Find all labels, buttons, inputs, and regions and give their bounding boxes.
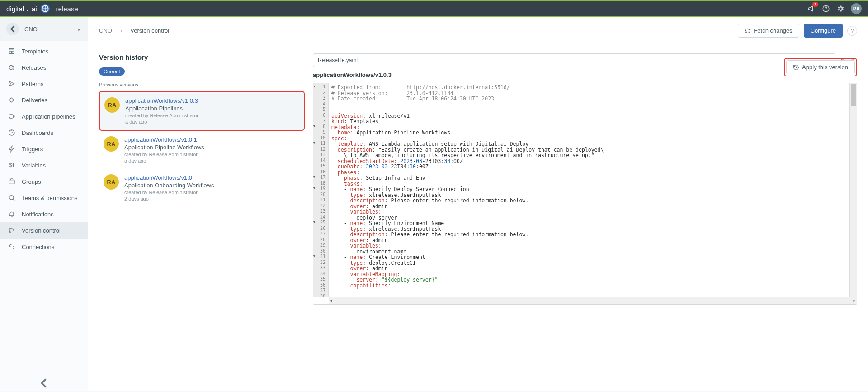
version-body: applicationWorkflows/v1.0.3 Appliacation… — [125, 97, 198, 124]
button-label: Configure — [811, 27, 836, 34]
scroll-right-icon[interactable]: ▶ — [854, 298, 856, 303]
brand-dot: . — [27, 5, 29, 13]
sidebar-item-pipelines[interactable]: Application pipelines — [0, 108, 88, 124]
sidebar-item-label: Deliveries — [22, 97, 47, 104]
avatar: RA — [104, 97, 120, 113]
megaphone-icon[interactable]: 1 — [807, 5, 816, 13]
sidebar-item-connections[interactable]: Connections — [0, 239, 88, 255]
project-name: CNO — [24, 26, 71, 33]
page-title: Version history — [99, 53, 148, 61]
file-selector-row — [313, 53, 857, 67]
sidebar-item-label: Variables — [22, 162, 46, 169]
svg-point-2 — [826, 10, 826, 10]
back-button[interactable] — [6, 23, 19, 35]
sidebar-item-label: Templates — [22, 48, 48, 55]
teams-icon — [8, 194, 15, 201]
configure-button[interactable]: Configure — [804, 24, 843, 38]
notification-badge: 1 — [812, 2, 818, 7]
previous-versions-label: Previous versions — [99, 82, 305, 87]
svg-point-8 — [13, 116, 14, 117]
scrollbar-horizontal[interactable]: ◀ ▶ — [329, 297, 857, 304]
nav: Templates Releases Patterns Deliveries A… — [0, 41, 88, 375]
patterns-icon — [8, 80, 15, 87]
version-list: RA applicationWorkflows/v1.0.3 Appliacat… — [99, 91, 305, 207]
svg-point-11 — [9, 196, 14, 200]
file-input[interactable] — [313, 53, 835, 67]
version-card[interactable]: RA applicationWorkflows/v1.0.3 Appliacat… — [99, 91, 305, 131]
brand-module: release — [56, 5, 78, 13]
scrollbar-vertical[interactable] — [849, 83, 857, 297]
topbar-right: 1 RA — [807, 3, 862, 14]
version-when: a day ago — [125, 119, 198, 124]
history-head: Version history — [99, 53, 305, 61]
avatar: RA — [104, 136, 119, 152]
sidebar-item-teams[interactable]: Teams & permissions — [0, 190, 88, 206]
version-id: applicationWorkflows/v1.0.3 — [125, 97, 198, 104]
sidebar-item-label: Groups — [22, 178, 41, 185]
version-card[interactable]: RA applicationWorkflows/v1.0 Application… — [99, 169, 305, 207]
topbar: digital.ai release 1 RA — [0, 0, 868, 16]
current-pill: Current — [99, 67, 125, 76]
sidebar-item-label: Connections — [22, 244, 54, 250]
variables-icon: $f — [8, 162, 15, 169]
sidebar-item-templates[interactable]: Templates — [0, 43, 88, 59]
sidebar-item-deliveries[interactable]: Deliveries — [0, 92, 88, 108]
sidebar-item-groups[interactable]: Groups — [0, 173, 88, 190]
sidebar-item-releases[interactable]: Releases — [0, 59, 88, 76]
releases-icon — [8, 64, 15, 71]
chevron-right-icon — [77, 27, 81, 31]
sidebar-collapse-button[interactable] — [0, 375, 88, 391]
sidebar-item-triggers[interactable]: Triggers — [0, 141, 88, 157]
version-author: created by Release Administrator — [124, 152, 204, 157]
chevron-right-icon: › — [120, 27, 122, 34]
fetch-changes-button[interactable]: Fetch changes — [738, 24, 799, 38]
brand-block: digital.ai release — [6, 4, 78, 13]
svg-rect-5 — [12, 51, 14, 53]
version-card[interactable]: RA applicationWorkflows/v1.0.1 Applicati… — [99, 131, 305, 169]
pipelines-icon — [8, 113, 15, 120]
sidebar-item-notifications[interactable]: Notifications — [0, 206, 88, 222]
version-name: Application Pipeline Workflows — [124, 144, 204, 151]
sidebar-item-label: Dashboards — [22, 129, 53, 136]
sidebar-item-variables[interactable]: $fVariables — [0, 157, 88, 173]
help-button[interactable]: ? — [847, 26, 857, 36]
sidebar-item-label: Teams & permissions — [22, 195, 78, 201]
history-column: Version history Current Previous version… — [99, 53, 305, 305]
project-switcher[interactable]: CNO — [0, 17, 88, 41]
sidebar-item-label: Releases — [22, 64, 46, 71]
code-editor[interactable]: ▼1234567▼8910▼111213141516▼1718▼19202122… — [313, 83, 857, 305]
sidebar-item-versioncontrol[interactable]: Version control — [0, 222, 88, 239]
refresh-icon — [745, 28, 751, 34]
file-path: applicationWorkflows/v1.0.3 — [313, 72, 857, 78]
main: CNO › Version control Fetch changes Conf… — [88, 17, 868, 391]
version-body: applicationWorkflows/v1.0.1 Application … — [124, 136, 204, 163]
version-name: Application Onboarding Workflows — [124, 182, 214, 189]
editor-gutter: ▼1234567▼8910▼111213141516▼1718▼19202122… — [313, 83, 329, 297]
brand: digital.ai — [6, 5, 37, 13]
sidebar: CNO Templates Releases Patterns Deliveri… — [0, 17, 88, 391]
scroll-left-icon[interactable]: ◀ — [330, 298, 332, 303]
breadcrumb-root[interactable]: CNO — [99, 27, 112, 34]
scroll-thumb[interactable] — [851, 84, 856, 106]
dashboards-icon — [8, 129, 15, 136]
user-avatar[interactable]: RA — [851, 3, 862, 14]
version-id: applicationWorkflows/v1.0 — [124, 174, 214, 181]
sidebar-item-dashboards[interactable]: Dashboards — [0, 124, 88, 141]
sidebar-item-label: Triggers — [22, 146, 43, 153]
versioncontrol-icon — [8, 227, 15, 234]
version-author: created by Release Administrator — [125, 113, 198, 118]
sidebar-item-patterns[interactable]: Patterns — [0, 76, 88, 92]
apply-version-button[interactable]: Apply this version — [786, 60, 855, 74]
editor-code: # Exported from: http://host.docker.inte… — [329, 83, 857, 297]
svg-point-14 — [13, 230, 14, 231]
apply-version-highlight: Apply this version — [784, 58, 857, 76]
version-id: applicationWorkflows/v1.0.1 — [124, 136, 204, 143]
brand-ai: ai — [32, 5, 37, 13]
help-icon[interactable] — [822, 5, 830, 13]
svg-point-7 — [9, 118, 10, 119]
gear-icon[interactable] — [836, 5, 844, 13]
file-column: applicationWorkflows/v1.0.3 ▼1234567▼891… — [313, 53, 857, 305]
button-label: Apply this version — [802, 64, 848, 71]
svg-point-13 — [9, 232, 11, 233]
bar-actions: Fetch changes Configure ? — [738, 24, 857, 38]
